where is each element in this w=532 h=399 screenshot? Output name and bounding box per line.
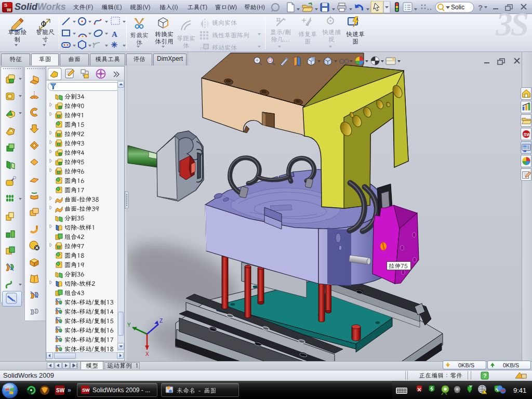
svg-text:Z: Z [159,318,163,324]
svg-text:Y: Y [127,322,131,328]
svg-text:W: W [7,7,11,12]
svg-text:SW: SW [524,132,531,137]
svg-text:?: ? [478,3,483,12]
svg-text:0KB/S: 0KB/S [503,362,519,368]
svg-text:Solic: Solic [451,4,464,11]
svg-text:A: A [112,30,117,38]
svg-text:0KB/S: 0KB/S [458,362,474,368]
svg-text:»: » [68,387,71,394]
svg-text:SW: SW [56,388,65,393]
svg-text:?: ? [483,373,487,379]
svg-text:SW: SW [82,388,90,393]
svg-text:X: X [145,351,149,357]
